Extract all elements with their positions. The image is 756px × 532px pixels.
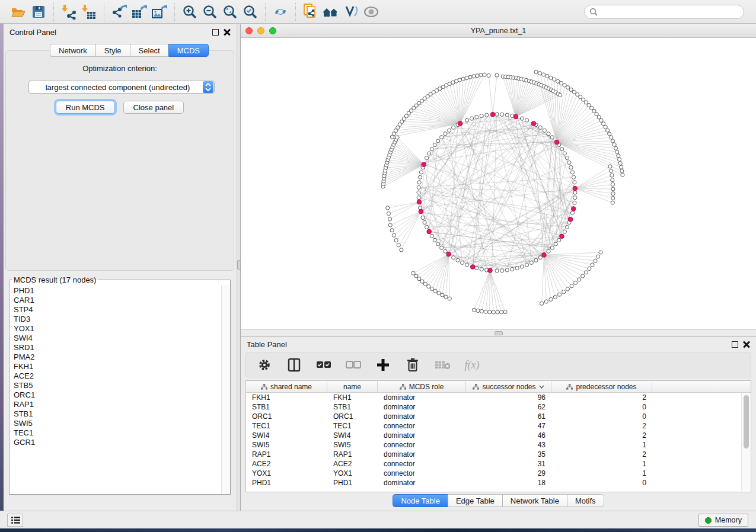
network-hub-node[interactable]	[513, 114, 518, 119]
network-node[interactable]	[461, 77, 465, 81]
network-node[interactable]	[417, 196, 420, 200]
run-mcds-button[interactable]: Run MCDS	[56, 101, 115, 114]
network-node[interactable]	[425, 156, 429, 160]
panel-splitter-vertical[interactable]	[237, 24, 241, 511]
tab-edge-table[interactable]: Edge Table	[448, 494, 502, 507]
network-node[interactable]	[397, 243, 400, 247]
table-cell[interactable]: TEC1	[246, 422, 327, 430]
network-node[interactable]	[609, 169, 613, 172]
import-network-button[interactable]	[59, 2, 79, 21]
network-node[interactable]	[534, 70, 538, 73]
table-cell[interactable]: SWI4	[327, 431, 378, 440]
network-node[interactable]	[570, 284, 573, 288]
table-scrollbar-thumb[interactable]	[744, 395, 749, 448]
network-node[interactable]	[492, 310, 495, 314]
mcds-result-item[interactable]: PMA2	[14, 352, 221, 362]
network-hub-node[interactable]	[446, 252, 451, 257]
network-node[interactable]	[584, 271, 588, 274]
table-cell[interactable]: 35	[466, 450, 551, 459]
table-cell[interactable]: dominator	[378, 431, 466, 440]
network-node[interactable]	[608, 132, 611, 136]
network-node[interactable]	[591, 263, 594, 267]
table-row[interactable]: SWI5SWI5connector431	[246, 440, 741, 450]
table-cell[interactable]: 1	[551, 460, 652, 468]
table-cell[interactable]: 61	[466, 412, 551, 421]
network-node[interactable]	[433, 238, 436, 242]
network-node[interactable]	[511, 267, 514, 271]
network-node[interactable]	[570, 211, 574, 214]
table-cell[interactable]: FKH1	[246, 393, 327, 402]
network-node[interactable]	[388, 223, 392, 227]
network-node[interactable]	[611, 196, 615, 200]
table-row[interactable]: ACE2ACE2connector311	[246, 459, 741, 469]
network-node[interactable]	[621, 173, 624, 177]
network-hub-node[interactable]	[571, 207, 576, 211]
network-node[interactable]	[559, 81, 563, 85]
network-node[interactable]	[500, 269, 504, 273]
tab-motifs[interactable]: Motifs	[567, 494, 604, 507]
network-hub-node[interactable]	[542, 253, 547, 258]
network-node[interactable]	[563, 84, 566, 87]
delete-column-button[interactable]	[405, 357, 420, 373]
network-node[interactable]	[436, 242, 440, 246]
table-cell[interactable]: dominator	[378, 479, 466, 487]
network-node[interactable]	[611, 178, 614, 182]
network-node[interactable]	[553, 78, 556, 81]
export-network-button[interactable]	[109, 2, 129, 21]
network-node[interactable]	[559, 94, 562, 97]
table-cell[interactable]: 0	[551, 412, 652, 421]
network-node[interactable]	[520, 117, 524, 120]
table-cell[interactable]: 46	[466, 431, 551, 440]
zoom-out-button[interactable]	[200, 2, 220, 21]
network-node[interactable]	[542, 73, 546, 76]
table-cell[interactable]: YOX1	[327, 469, 378, 477]
function-builder-button[interactable]: f(x)	[464, 357, 480, 373]
table-cell[interactable]: STB1	[327, 403, 378, 411]
export-table-button[interactable]	[129, 2, 149, 21]
network-node[interactable]	[569, 165, 573, 169]
table-cell[interactable]: SWI5	[327, 441, 378, 449]
network-node[interactable]	[611, 187, 615, 191]
network-node[interactable]	[495, 73, 499, 77]
select-all-button[interactable]	[316, 357, 331, 373]
network-node[interactable]	[520, 265, 524, 268]
network-node[interactable]	[448, 297, 451, 300]
network-node[interactable]	[573, 196, 577, 200]
float-panel-icon[interactable]	[212, 29, 219, 36]
table-cell[interactable]: dominator	[378, 403, 466, 411]
splitter-grip[interactable]	[495, 331, 503, 335]
network-node[interactable]	[428, 152, 431, 155]
network-node[interactable]	[436, 139, 440, 143]
network-hub-node[interactable]	[422, 162, 426, 167]
network-node[interactable]	[488, 310, 492, 314]
network-node[interactable]	[444, 249, 447, 253]
table-cell[interactable]: connector	[378, 422, 466, 430]
table-cell[interactable]: 0	[551, 403, 652, 411]
network-node[interactable]	[452, 126, 455, 129]
table-cell[interactable]: dominator	[378, 450, 466, 459]
column-header-shared-name[interactable]: shared name	[246, 381, 327, 392]
network-node[interactable]	[599, 118, 603, 122]
network-node[interactable]	[556, 79, 560, 83]
network-node[interactable]	[538, 256, 542, 259]
table-cell[interactable]: 2	[551, 422, 652, 430]
network-node[interactable]	[611, 192, 615, 196]
mcds-result-item[interactable]: ORC1	[14, 390, 221, 400]
network-node[interactable]	[614, 146, 617, 150]
panel-splitter-horizontal[interactable]	[241, 329, 756, 336]
export-image-button[interactable]	[149, 2, 170, 21]
network-node[interactable]	[540, 302, 544, 305]
network-node[interactable]	[529, 261, 533, 264]
network-node[interactable]	[557, 293, 561, 296]
tab-style[interactable]: Style	[95, 44, 130, 57]
network-node[interactable]	[566, 287, 569, 291]
network-node[interactable]	[417, 181, 421, 184]
network-hub-node[interactable]	[554, 140, 559, 145]
network-node[interactable]	[503, 310, 507, 313]
network-node[interactable]	[620, 169, 624, 173]
network-node[interactable]	[505, 268, 509, 272]
table-cell[interactable]: 47	[466, 422, 551, 430]
network-node[interactable]	[472, 308, 476, 312]
table-cell[interactable]: 2	[551, 450, 652, 459]
network-node[interactable]	[465, 76, 468, 79]
